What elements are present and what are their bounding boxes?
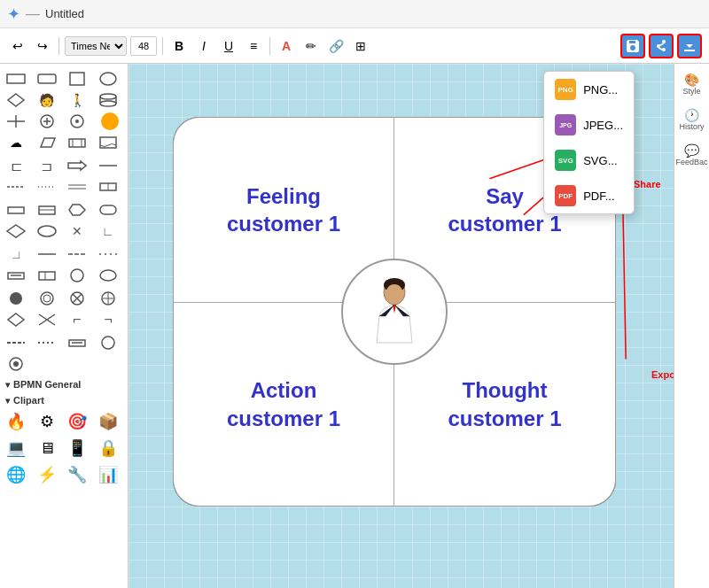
shape-cross-circle[interactable] bbox=[96, 289, 121, 308]
shape-doc[interactable] bbox=[96, 133, 121, 152]
clipart-laptop[interactable]: 💻 bbox=[4, 436, 28, 460]
shape-circle3[interactable] bbox=[96, 333, 121, 352]
svg-point-17 bbox=[75, 120, 79, 123]
feedback-panel-button[interactable]: 💬 FeedBac bbox=[678, 142, 706, 170]
shape-parallelogram[interactable] bbox=[35, 133, 59, 152]
svg-point-63 bbox=[102, 337, 114, 349]
clipart-target[interactable]: 🎯 bbox=[65, 409, 90, 434]
export-jpeg-item[interactable]: JPG JPEG... bbox=[544, 107, 634, 143]
feeling-text: Feeling customer 1 bbox=[227, 182, 340, 237]
shape-person[interactable]: 🧑 bbox=[35, 90, 59, 110]
link-button[interactable]: 🔗 bbox=[325, 35, 347, 57]
shape-x2[interactable] bbox=[35, 310, 59, 329]
shape-dash4[interactable] bbox=[35, 333, 59, 352]
shape-line-d1[interactable] bbox=[65, 244, 90, 264]
pencil-button[interactable]: ✏ bbox=[300, 35, 322, 57]
clipart-gear[interactable]: ⚙ bbox=[35, 409, 59, 434]
undo-button[interactable]: ↩ bbox=[7, 35, 28, 57]
clipart-wrench[interactable]: 🔧 bbox=[65, 462, 90, 487]
shape-diamond[interactable] bbox=[4, 90, 28, 110]
clipart-chart[interactable]: 📊 bbox=[96, 462, 121, 487]
shape-bracket-l[interactable]: ⊏ bbox=[4, 156, 28, 175]
shape-target[interactable] bbox=[101, 112, 119, 130]
shape-circle2[interactable] bbox=[65, 266, 90, 285]
shape-hbar[interactable] bbox=[96, 177, 121, 197]
bold-button[interactable]: B bbox=[168, 35, 190, 57]
shape-process[interactable] bbox=[65, 133, 90, 152]
shape-filled-circle[interactable] bbox=[4, 289, 28, 308]
shape-minus-box[interactable] bbox=[4, 266, 28, 285]
canvas-area[interactable]: Feeling customer 1 Say customer 1 Action… bbox=[129, 64, 674, 588]
shape-bracket-r[interactable]: ⊐ bbox=[35, 156, 59, 175]
shape-diamond2[interactable] bbox=[4, 310, 28, 329]
shape-double-line[interactable] bbox=[65, 177, 90, 197]
shape-rect2[interactable] bbox=[35, 69, 59, 89]
shape-dash3[interactable] bbox=[4, 333, 28, 352]
history-panel-button[interactable]: 🕐 History bbox=[678, 106, 706, 135]
shape-rect[interactable] bbox=[4, 69, 28, 89]
clipart-box[interactable]: 📦 bbox=[96, 409, 121, 434]
shape-circle[interactable] bbox=[96, 69, 121, 89]
export-pdf-label: PDF... bbox=[583, 190, 614, 203]
shape-x-circle[interactable] bbox=[65, 289, 90, 308]
font-size-input[interactable] bbox=[130, 36, 157, 56]
shape-horiz-line[interactable] bbox=[96, 156, 121, 175]
shape-dashed-line[interactable] bbox=[4, 177, 28, 197]
shape-angle[interactable]: ∟ bbox=[96, 221, 121, 241]
save-button[interactable] bbox=[620, 34, 645, 58]
shape-cloud[interactable]: ☁ bbox=[4, 133, 28, 152]
export-pdf-item[interactable]: PDF PDF... bbox=[544, 178, 634, 213]
clipart-lock[interactable]: 🔒 bbox=[96, 436, 121, 460]
shape-rect-label[interactable] bbox=[35, 200, 59, 220]
export-button[interactable] bbox=[677, 34, 702, 58]
bpmn-section-title[interactable]: BPMN General bbox=[2, 375, 126, 391]
clipart-monitor[interactable]: 🖥 bbox=[35, 436, 59, 460]
shape-x[interactable]: ✕ bbox=[65, 221, 90, 241]
toolbar-divider-3 bbox=[269, 37, 270, 55]
shape-cylinder[interactable] bbox=[96, 90, 121, 110]
document-title[interactable]: Untitled bbox=[45, 7, 84, 20]
clipart-section-title[interactable]: Clipart bbox=[2, 391, 126, 407]
shape-actor[interactable]: 🚶 bbox=[65, 90, 90, 110]
shape-ellipse-h[interactable] bbox=[35, 221, 59, 241]
shape-rect-small[interactable] bbox=[4, 200, 28, 220]
shape-box-div[interactable] bbox=[35, 266, 59, 285]
shape-plus-circle[interactable] bbox=[35, 112, 59, 131]
export-png-item[interactable]: PNG PNG... bbox=[544, 72, 634, 107]
shape-ellipse2[interactable] bbox=[96, 266, 121, 285]
shape-double-circle[interactable] bbox=[35, 289, 59, 308]
clipart-phone[interactable]: 📱 bbox=[65, 436, 90, 460]
shape-square[interactable] bbox=[65, 69, 90, 89]
shape-line-h[interactable] bbox=[35, 244, 59, 264]
shape-bracket-corner[interactable]: ⌐ bbox=[96, 310, 121, 329]
svg-point-68 bbox=[386, 284, 403, 304]
shape-decision[interactable] bbox=[4, 221, 28, 241]
clipart-bolt[interactable]: ⚡ bbox=[35, 462, 59, 487]
clipart-fire[interactable]: 🔥 bbox=[4, 409, 28, 434]
shape-bullseye[interactable] bbox=[4, 354, 28, 374]
font-color-button[interactable]: A bbox=[276, 35, 297, 57]
style-panel-button[interactable]: 🎨 Style bbox=[678, 71, 706, 99]
shape-line-d2[interactable] bbox=[96, 244, 121, 264]
shape-octagon[interactable] bbox=[65, 200, 90, 220]
share-button[interactable] bbox=[649, 34, 674, 58]
shape-angle2[interactable]: ∟ bbox=[4, 244, 28, 264]
svg-point-47 bbox=[10, 292, 22, 305]
italic-button[interactable]: I bbox=[193, 35, 214, 57]
shape-dotted-line[interactable] bbox=[35, 177, 59, 197]
shape-dot-circle[interactable] bbox=[65, 112, 90, 131]
table-button[interactable]: ⊞ bbox=[350, 35, 371, 57]
toolbar-divider-1 bbox=[58, 37, 59, 55]
shape-rounded-rect[interactable] bbox=[96, 200, 121, 220]
align-button[interactable]: ≡ bbox=[243, 35, 264, 57]
clipart-globe[interactable]: 🌐 bbox=[4, 462, 28, 487]
font-family-select[interactable]: Times Ne bbox=[65, 36, 127, 56]
shape-bracket-tl[interactable]: ⌐ bbox=[65, 310, 90, 329]
svg-point-37 bbox=[38, 226, 56, 236]
export-svg-item[interactable]: SVG SVG... bbox=[544, 143, 634, 178]
redo-button[interactable]: ↪ bbox=[32, 35, 53, 57]
underline-button[interactable]: U bbox=[218, 35, 239, 57]
shape-minus2[interactable] bbox=[65, 333, 90, 352]
shape-cross[interactable] bbox=[4, 112, 28, 131]
shape-arrow-r[interactable] bbox=[65, 156, 90, 175]
